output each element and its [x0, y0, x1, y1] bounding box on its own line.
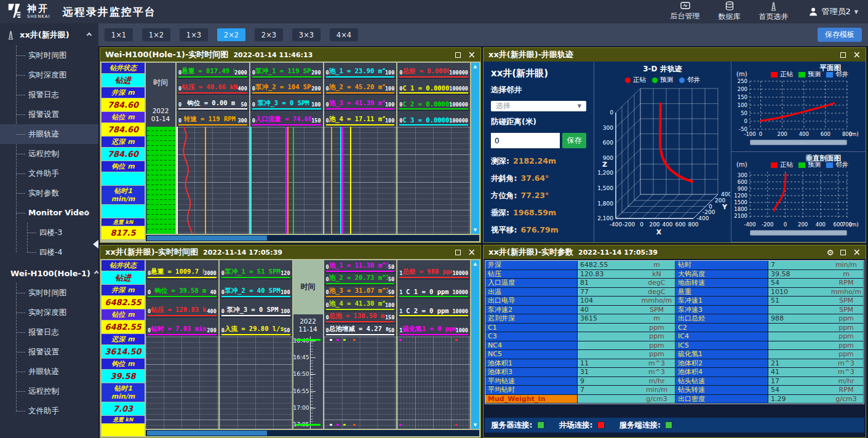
legend-marker — [826, 162, 833, 168]
tree-well[interactable]: xx井(新井眼) — [0, 23, 98, 46]
close-icon[interactable]: × — [853, 50, 861, 60]
layout-button-4×4[interactable]: 4×4 — [330, 28, 358, 41]
tree-item[interactable]: 实时深度图 — [0, 303, 98, 322]
expand-icon[interactable] — [840, 250, 846, 255]
tree-item[interactable]: 远程控制 — [0, 381, 98, 401]
nav-item-db[interactable]: 数据库 — [719, 1, 741, 22]
plot-area — [750, 172, 847, 220]
user-menu[interactable]: 管理员2▼ — [808, 6, 858, 17]
vertical-scrollbar[interactable]: ▲▼ — [471, 63, 479, 234]
strip-chart-content: 钻井状态钻进井深 m784.60钻位 m784.60迟深 m784.60钩位 m… — [100, 62, 480, 242]
time-column: 时间202211-1416:4016:4516:5016:5517:0017:0… — [293, 260, 323, 429]
tree-item[interactable]: 报警日志 — [0, 322, 98, 342]
param-label: 钩位 m — [102, 359, 145, 369]
curve-label: 泵冲_1 = 51 SPM — [225, 268, 281, 276]
nav-item-well-select[interactable]: 首页选井 — [759, 1, 789, 22]
curve-max: 50 — [388, 327, 394, 333]
tree-item[interactable]: 文件助手 — [0, 401, 98, 421]
curve-max: 50 — [388, 276, 394, 282]
svg-text:200: 200 — [649, 221, 659, 228]
tree-item[interactable]: 井眼轨迹 — [0, 124, 98, 144]
expand-icon[interactable] — [455, 250, 461, 255]
tree-item[interactable]: 报警设置 — [0, 342, 98, 362]
tree-item[interactable]: 实时参数 — [0, 183, 98, 203]
tree-well[interactable]: Wei-H100(Hole-1) — [0, 262, 98, 283]
param-unit-cell: SPM — [827, 297, 864, 306]
tree-item[interactable]: 远程控制 — [0, 144, 98, 164]
nav-item-admin[interactable]: 后台管理 — [671, 2, 700, 22]
curve-label: 泵冲_3 = 0 SPM — [226, 306, 278, 314]
curve-max: 3000 — [204, 270, 216, 276]
tree-item[interactable]: 实时时间图 — [0, 46, 98, 65]
neighbor-well-select[interactable]: 选择 ▼ — [491, 101, 586, 111]
curve-max: 1000 — [456, 327, 468, 333]
layout-button-3×3[interactable]: 3×3 — [292, 28, 321, 41]
tree-item[interactable]: 井眼轨迹 — [0, 362, 98, 381]
vertical-scrollbar[interactable]: ▲▼ — [471, 260, 479, 429]
info-value: 37.64° — [521, 173, 549, 184]
connection-status-item: 井场连接: — [559, 420, 605, 431]
curve-header: 0池_2 = 45.20 m^3100 — [324, 79, 397, 95]
info-value: 676.79m — [521, 225, 559, 236]
layout-button-1×3[interactable]: 1×3 — [180, 28, 208, 41]
sidebar-collapse-handle[interactable] — [93, 240, 98, 249]
layout-toolbar: 1×11×21×32×22×33×34×4 保存模板 — [98, 23, 868, 46]
legend-marker — [798, 72, 805, 78]
layout-button-2×2[interactable]: 2×2 — [217, 28, 245, 41]
layout-button-1×2[interactable]: 1×2 — [142, 28, 170, 41]
close-icon[interactable]: × — [853, 248, 861, 257]
horizontal-scrollbar[interactable] — [750, 140, 847, 145]
legend-marker — [679, 78, 685, 83]
workspace-grid: Wei-H100(Hole-1)-实时时间图 2022-01-14 11:46:… — [98, 46, 868, 438]
tree-item-monitor-video[interactable]: Monitor Video — [0, 203, 98, 223]
layout-button-1×1[interactable]: 1×1 — [105, 28, 133, 41]
param-name-cell: NC5 — [485, 350, 578, 359]
info-label: 测深: — [491, 156, 509, 167]
status-label: 服务端连接: — [619, 420, 661, 431]
param-value-cell: 9 — [578, 377, 636, 386]
gear-icon[interactable]: ⚙ — [827, 249, 834, 257]
curve-max: 400 — [207, 308, 216, 314]
tree-well-label: Wei-H100(Hole-1) — [10, 269, 90, 278]
param-value-cell: 1010 — [768, 288, 827, 297]
curve-min: 1 — [399, 289, 402, 295]
nav-item-label: 首页选井 — [759, 12, 789, 22]
expand-icon[interactable] — [840, 52, 846, 58]
layout-button-2×3[interactable]: 2×3 — [255, 28, 283, 41]
close-icon[interactable]: × — [468, 50, 476, 60]
horizontal-scrollbar[interactable] — [146, 235, 479, 241]
tree-item[interactable]: 报警设置 — [0, 105, 98, 124]
curve-header-text: 0泵冲_1 = 51 SPM120 — [221, 268, 290, 276]
tree-item[interactable]: 文件助手 — [0, 164, 98, 183]
curve-max: 400 — [237, 86, 247, 92]
curve-max: 200 — [311, 70, 321, 76]
tree-item[interactable]: 四楼-3 — [11, 223, 98, 242]
close-icon[interactable]: × — [468, 248, 476, 257]
save-distance-button[interactable]: 保存 — [562, 133, 586, 148]
save-template-button[interactable]: 保存模板 — [818, 28, 862, 42]
scroll-up-icon: ▲ — [474, 261, 477, 266]
horizontal-scrollbar[interactable] — [750, 230, 847, 236]
brand-name-en: SHENKAI — [27, 15, 50, 19]
tree-item[interactable]: 四楼-4 — [11, 242, 98, 262]
horizontal-scrollbar[interactable] — [146, 430, 479, 436]
curve-header: 0池_1 = 11.30 m^350 — [324, 260, 397, 273]
curve-header: 1C_1 = 0 ppm10000 — [397, 279, 470, 298]
curve-header-text: 0C_3 = 0.0000100000 — [399, 116, 468, 124]
tree-item[interactable]: 实时深度图 — [0, 65, 98, 85]
tree-item[interactable]: 实时时间图 — [0, 283, 98, 303]
param-name-cell: 钻头钻速 — [675, 377, 768, 386]
tree-item[interactable]: 报警日志 — [0, 85, 98, 105]
param-value-cell — [768, 306, 827, 315]
legend-label: 邻井 — [835, 161, 848, 169]
y-axis-labels: 3006009001200150018002100 — [731, 172, 748, 220]
track-header: 0池_1 = 11.30 m^3500池_2 = 20.73 m^3500池_3… — [324, 260, 397, 336]
expand-icon[interactable] — [455, 52, 461, 58]
time-minor-tick — [310, 360, 313, 361]
anti-collision-distance-input[interactable] — [491, 133, 560, 148]
curve-max: 200 — [311, 86, 321, 92]
curve-header: 0泵冲_1 = 51 SPM120 — [220, 260, 292, 279]
curve-header: 0钩位 = 39.58 m40 — [146, 279, 218, 298]
param-value-cell: 120.83 — [578, 270, 636, 279]
legend-label: 预测 — [808, 161, 821, 169]
